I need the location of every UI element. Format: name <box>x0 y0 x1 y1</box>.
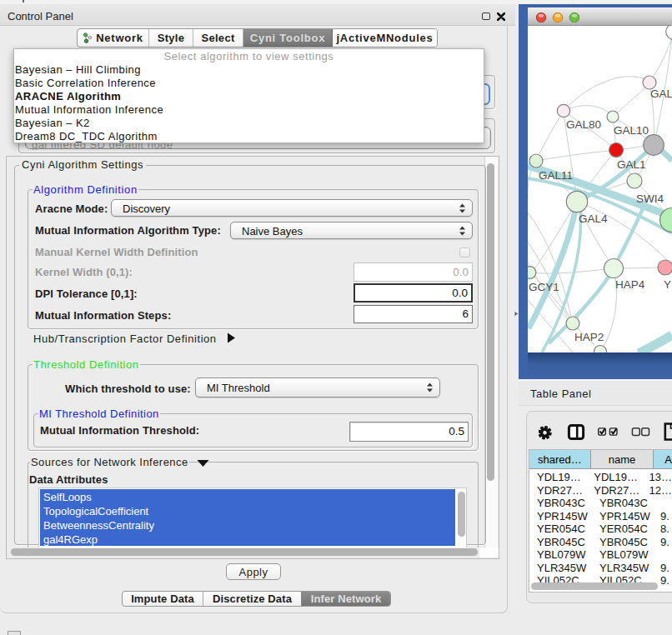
svg-text:GCY1: GCY1 <box>529 281 559 293</box>
svg-text:HAP4: HAP4 <box>615 278 645 291</box>
svg-text:GAL10: GAL10 <box>614 124 649 137</box>
svg-text:HAP2: HAP2 <box>574 331 604 343</box>
svg-text:GAL80: GAL80 <box>566 118 601 131</box>
svg-text:GAL: GAL <box>650 88 672 100</box>
svg-text:GAL4: GAL4 <box>579 212 608 225</box>
svg-text:SWI4: SWI4 <box>636 192 664 205</box>
svg-text:Y: Y <box>664 278 671 291</box>
svg-text:GAL1: GAL1 <box>617 158 646 171</box>
svg-text:GAL11: GAL11 <box>539 169 573 182</box>
